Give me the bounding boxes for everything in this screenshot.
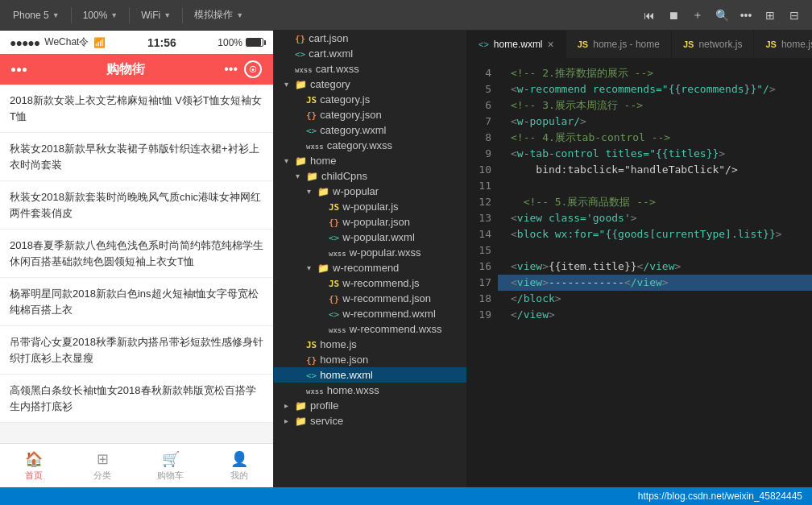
more-icon[interactable]: ••• bbox=[735, 4, 757, 27]
tree-item-category-wxss[interactable]: wxsscategory.wxss bbox=[274, 138, 466, 153]
tree-item-w-recommend-json[interactable]: {}w-recommend.json bbox=[274, 291, 466, 306]
tree-item-w-recommend-wxml[interactable]: <>w-recommend.wxml bbox=[274, 306, 466, 321]
tree-item-w-recommend-js[interactable]: JSw-recommend.js bbox=[274, 275, 466, 291]
media-stop-icon[interactable]: ⏹ bbox=[662, 4, 685, 27]
search-icon[interactable]: 🔍 bbox=[710, 4, 733, 27]
device-selector[interactable]: Phone 5 ▼ bbox=[6, 6, 66, 24]
tab-label: home.js bbox=[781, 39, 812, 50]
code-line: <view>{{item.title}}</view> bbox=[498, 259, 812, 275]
tree-label: w-recommend.wxss bbox=[350, 323, 442, 335]
tree-label: home.wxml bbox=[320, 369, 373, 381]
add-icon[interactable]: ＋ bbox=[686, 4, 709, 27]
tree-label: cart.wxml bbox=[309, 48, 353, 60]
editor-tab-home-js---home[interactable]: JShome.js - home bbox=[566, 31, 672, 59]
line-number: 5 bbox=[467, 81, 498, 97]
tree-item-cart-wxss[interactable]: wxsscart.wxss bbox=[274, 61, 466, 77]
tree-item-w-popular[interactable]: ▾📁w-popular bbox=[274, 184, 466, 199]
battery-pct: 100% bbox=[218, 37, 242, 48]
editor-tab-home-wxml[interactable]: <>home.wxml× bbox=[467, 31, 566, 59]
tree-item-w-popular-wxss[interactable]: wxssw-popular.wxss bbox=[274, 245, 466, 260]
tree-file-icon: 📁 bbox=[295, 400, 307, 412]
tree-label: home bbox=[310, 155, 337, 167]
phone-status-right: 100% bbox=[218, 37, 263, 48]
code-line: <w-recommend recommends="{{recommends}}"… bbox=[498, 81, 812, 97]
tree-arrow-icon: ▾ bbox=[292, 172, 303, 180]
tree-file-icon: 📁 bbox=[295, 79, 307, 90]
tree-file-icon: wxss bbox=[329, 324, 346, 335]
tree-file-icon: JS bbox=[306, 94, 317, 106]
tree-label: cart.json bbox=[309, 32, 348, 44]
tree-item-category-json[interactable]: {}category.json bbox=[274, 107, 466, 122]
tree-item-category-wxml[interactable]: <>category.wxml bbox=[274, 122, 466, 138]
tree-item-childCpns[interactable]: ▾📁childCpns bbox=[274, 168, 466, 184]
tree-item-w-popular-js[interactable]: JSw-popular.js bbox=[274, 199, 466, 214]
tree-file-icon: <> bbox=[306, 125, 317, 136]
tab-file-icon: <> bbox=[478, 39, 489, 50]
action-selector[interactable]: 模拟操作 ▼ bbox=[188, 5, 250, 25]
tree-item-w-recommend-wxss[interactable]: wxssw-recommend.wxss bbox=[274, 321, 466, 337]
sep3 bbox=[182, 7, 183, 23]
code-area[interactable]: 45678910111213141516171819 <!-- 2.推荐数据的展… bbox=[467, 59, 812, 487]
tree-arrow-icon: ▾ bbox=[303, 263, 314, 272]
phone-tab-icon: 👤 bbox=[230, 450, 248, 468]
nav-ellipsis-icon[interactable]: ••• bbox=[224, 62, 238, 77]
line-number: 16 bbox=[467, 259, 498, 275]
code-line bbox=[498, 178, 812, 194]
tree-item-home[interactable]: ▾📁home bbox=[274, 153, 466, 168]
line-number: 17 bbox=[467, 275, 498, 291]
code-text bbox=[511, 178, 517, 194]
tree-item-w-recommend[interactable]: ▾📁w-recommend bbox=[274, 260, 466, 275]
phone-tab-分类[interactable]: ⊞分类 bbox=[68, 447, 137, 485]
phone-tab-购物车[interactable]: 🛒购物车 bbox=[137, 447, 205, 485]
code-line: <view class='goods'> bbox=[498, 210, 812, 226]
tree-file-icon: <> bbox=[329, 308, 339, 320]
tab-close-icon[interactable]: × bbox=[548, 38, 554, 51]
tree-file-icon: <> bbox=[295, 48, 305, 60]
sep2 bbox=[129, 7, 130, 23]
split-icon[interactable]: ⊟ bbox=[783, 4, 806, 27]
tree-item-cart-wxml[interactable]: <>cart.wxml bbox=[274, 46, 466, 61]
device-label: Phone 5 bbox=[13, 10, 49, 21]
phone-tab-我的[interactable]: 👤我的 bbox=[205, 447, 273, 485]
code-line: <!-- 4.展示tab-control --> bbox=[498, 130, 812, 146]
tree-item-w-popular-json[interactable]: {}w-popular.json bbox=[274, 214, 466, 230]
editor-tab-home-js[interactable]: JShome.js bbox=[754, 31, 812, 59]
tree-item-home-json[interactable]: {}home.json bbox=[274, 352, 466, 367]
tree-item-w-popular-wxml[interactable]: <>w-popular.wxml bbox=[274, 230, 466, 245]
tree-item-home-js[interactable]: JShome.js bbox=[274, 337, 466, 352]
code-comment: <!-- 3.展示本周流行 --> bbox=[511, 97, 643, 114]
editor-tabs: <>home.wxml×JShome.js - homeJSnetwork.js… bbox=[467, 31, 812, 59]
product-item: 2018新款女装上衣文艺棉麻短袖t恤 V领衫T恤女短袖女T恤 bbox=[0, 85, 273, 133]
tree-item-home-wxml[interactable]: <>home.wxml bbox=[274, 367, 466, 383]
zoom-label: 100% bbox=[83, 10, 108, 21]
line-number: 9 bbox=[467, 146, 498, 162]
phone-tab-首页[interactable]: 🏠首页 bbox=[0, 447, 68, 485]
tree-item-cart-json[interactable]: {}cart.json bbox=[274, 31, 466, 46]
tree-item-category[interactable]: ▾📁category bbox=[274, 77, 466, 92]
phone-tab-icon: ⊞ bbox=[97, 450, 109, 468]
top-toolbar: Phone 5 ▼ 100% ▼ WiFi ▼ 模拟操作 ▼ ⏮ ⏹ ＋ 🔍 •… bbox=[0, 0, 812, 31]
tree-file-icon: wxss bbox=[295, 64, 313, 75]
tree-label: w-recommend.json bbox=[342, 292, 431, 304]
status-bar: https://blog.csdn.net/weixin_45824445 bbox=[0, 487, 812, 505]
editor-tab-network-js[interactable]: JSnetwork.js bbox=[672, 31, 755, 59]
network-selector[interactable]: WiFi ▼ bbox=[135, 6, 177, 24]
tree-item-category-js[interactable]: JScategory.js bbox=[274, 92, 466, 107]
tree-item-service[interactable]: ▸📁service bbox=[274, 413, 466, 428]
tree-label: cart.wxss bbox=[316, 63, 359, 75]
tree-label: home.json bbox=[320, 354, 368, 366]
grid-icon[interactable]: ⊞ bbox=[759, 4, 781, 27]
code-line: <block wx:for="{{goods[currentType].list… bbox=[498, 226, 812, 242]
media-back-icon[interactable]: ⏮ bbox=[638, 4, 661, 27]
phone-tab-icon: 🏠 bbox=[25, 450, 43, 468]
tree-file-icon: wxss bbox=[329, 247, 346, 259]
tree-item-home-wxss[interactable]: wxsshome.wxss bbox=[274, 383, 466, 398]
carrier-label: WeChat令 bbox=[44, 35, 89, 49]
code-line: bind:tabclick="handleTabClick"/> bbox=[498, 162, 812, 178]
tree-item-profile[interactable]: ▸📁profile bbox=[274, 398, 466, 413]
code-line bbox=[498, 242, 812, 259]
product-item: 2018春夏季新款八色纯色浅色系时尚简约韩范纯棉学生休闲百搭基础款纯色圆领短袖上… bbox=[0, 230, 273, 278]
tree-file-icon: 📁 bbox=[317, 263, 329, 274]
zoom-selector[interactable]: 100% ▼ bbox=[77, 6, 125, 24]
nav-circle-icon[interactable]: ⦿ bbox=[244, 60, 262, 78]
